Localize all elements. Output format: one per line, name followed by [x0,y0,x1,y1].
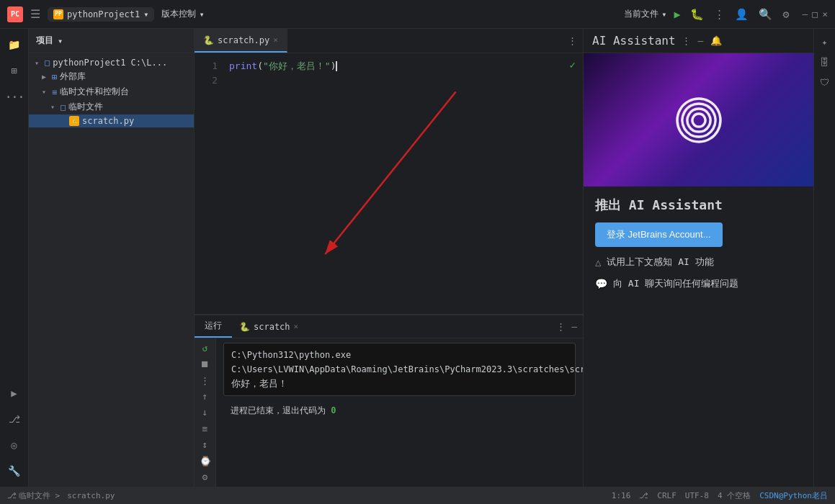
vcs-menu[interactable]: 版本控制 ▾ [161,8,204,20]
git-branch-icon[interactable]: ⎇ [3,408,26,431]
ai-minimize-icon[interactable]: — [698,35,704,46]
ai-notification-icon[interactable]: 🔔 [710,35,722,46]
run-tab-filename: scratch [254,322,290,332]
statusbar-indent[interactable]: 4 个空格 [718,490,751,501]
syntax-check-icon: ✓ [570,59,576,71]
tree-item-label: pythonProject1 C:\L... [53,58,167,68]
maximize-button[interactable]: □ [812,9,818,19]
tree-arrow-icon: ▾ [42,88,49,96]
run-tab-close-icon[interactable]: × [294,322,299,331]
settings-icon[interactable]: ⚙ [197,471,214,484]
statusbar-line-ending[interactable]: CRLF [657,491,677,500]
profile-icon[interactable]: 👤 [735,8,749,21]
project-sidebar: 项目 ▾ ▾ □ pythonProject1 C:\L... ▶ ⊞ 外部库 … [29,29,195,487]
run-content: ↺ ⏹ ⋮ ↑ ↓ ≡ ↕ ⌚ ⚙ C:\Python312\python.ex… [195,338,583,487]
external-lib-icon: ⊞ [52,72,57,82]
run-tab-run[interactable]: 运行 [195,315,232,338]
code-area[interactable]: print ( "你好，老吕！" ) [223,53,583,314]
more-actions-icon[interactable]: ⋮ [714,8,725,21]
settings-icon[interactable]: ⚙ [782,8,789,21]
code-paren: ( [257,59,263,73]
run-tab-scratch[interactable]: 🐍 scratch × [232,315,305,338]
tab-py-icon: 🐍 [203,35,214,45]
tree-item-scratch-file[interactable]: ▶ 🐍 scratch.py [29,114,194,127]
tab-filename: scratch.py [218,35,269,45]
left-iconbar: 📁 ⊞ ··· ▶ ⎇ ◎ 🔧 [0,29,29,487]
modules-icon[interactable]: ⊞ [3,59,26,82]
source-control-icon[interactable]: ◎ [3,433,26,456]
editor-content[interactable]: 1 2 print ( "你好，老吕！" ) ✓ [195,53,583,314]
wrap-icon[interactable]: ≡ [197,422,214,435]
ai-feature-text-1: 试用上下文感知 AI 功能 [607,256,713,269]
temp-folder-icon: □ [61,102,66,112]
run-icon[interactable]: ▶ [3,382,26,405]
statusbar-file[interactable]: scratch.py [67,491,115,500]
tab-close-icon[interactable]: × [273,35,278,45]
right-iconbar: ✦ 🗄 🛡 [813,29,835,487]
ai-panel-header: AI Assistant ⋮ — 🔔 [584,29,813,53]
debug-tool-icon[interactable]: 🔧 [3,459,26,482]
tree-item-external[interactable]: ▶ ⊞ 外部库 [29,69,194,84]
project-tree-icon[interactable]: 📁 [3,33,26,56]
editor-panel: 🐍 scratch.py × ⋮ 1 2 print ( [195,29,583,487]
ai-assistant-icon[interactable]: ✦ [816,33,834,50]
statusbar-branch[interactable]: ⎇ 临时文件 > [7,490,60,501]
statusbar-git-icon[interactable]: ⎇ [639,491,648,500]
statusbar-position[interactable]: 1:16 [612,491,631,500]
rerun-button[interactable]: ↺ [197,341,214,354]
minimize-button[interactable]: — [803,9,808,19]
ai-login-button[interactable]: 登录 JetBrains Account... [595,222,723,247]
run-more-icon[interactable]: ⋮ [556,321,566,332]
history-icon[interactable]: ⌚ [197,454,214,467]
sidebar-header: 项目 ▾ [29,29,194,53]
run-button[interactable]: ▶ [674,8,680,21]
hamburger-menu-icon[interactable]: ☰ [30,7,40,21]
run-minimize-icon[interactable]: — [571,321,577,332]
pp-icon: PP [53,9,63,19]
current-file-label: 当前文件 [624,8,658,20]
project-selector[interactable]: PP pythonProject1 ▾ [48,7,154,22]
scroll-down-button[interactable]: ↓ [197,406,214,419]
exit-code: 0 [331,405,336,415]
more-tools-icon[interactable]: ··· [3,85,26,108]
sidebar-chevron-icon[interactable]: ▾ [58,36,63,46]
vcs-label: 版本控制 [161,8,196,20]
project-tree: ▾ □ pythonProject1 C:\L... ▶ ⊞ 外部库 ▾ ≡ 临… [29,53,194,487]
scroll-up-button[interactable]: ↑ [197,390,214,402]
stop-button[interactable]: ⏹ [197,357,214,370]
app-logo: PC [7,6,23,22]
editor-tab-scratch[interactable]: 🐍 scratch.py × [195,29,287,53]
ai-content: 推出 AI Assistant 登录 JetBrains Account... … [584,186,813,300]
code-string: "你好，老吕！" [263,59,331,73]
search-icon[interactable]: 🔍 [759,8,772,21]
statusbar-left: ⎇ 临时文件 > scratch.py [7,490,115,501]
git-branch-icon: ⎇ [7,491,17,500]
shield-icon[interactable]: 🛡 [816,73,834,91]
output-box: C:\Python312\python.exe C:\Users\LVWIN\A… [223,343,576,396]
close-button[interactable]: × [822,9,828,19]
current-file-selector[interactable]: 当前文件 ▾ [624,8,666,20]
main-area: 📁 ⊞ ··· ▶ ⎇ ◎ 🔧 项目 ▾ ▾ □ pythonProject1 … [0,29,835,487]
output-path: C:\Python312\python.exe C:\Users\LVWIN\A… [231,348,568,377]
debug-button[interactable]: 🐛 [690,8,704,21]
run-tab-actions: ⋮ — [550,321,583,332]
tree-item-label: 临时文件和控制台 [60,86,129,98]
code-keyword: print [229,59,257,73]
statusbar-encoding[interactable]: UTF-8 [685,491,709,500]
tree-arrow-icon: ▶ [42,73,49,81]
ai-more-icon[interactable]: ⋮ [682,35,691,46]
tree-item-root[interactable]: ▾ □ pythonProject1 C:\L... [29,56,194,69]
database-icon[interactable]: 🗄 [816,53,834,71]
ai-title: AI Assistant [592,34,676,48]
tree-item-scratch-group[interactable]: ▾ ≡ 临时文件和控制台 [29,84,194,99]
editor-tab-actions: ⋮ [562,35,583,46]
tree-item-temp-folder[interactable]: ▾ □ 临时文件 [29,99,194,114]
toolbar-more-icon[interactable]: ⋮ [197,374,214,387]
ai-assistant-panel: AI Assistant ⋮ — 🔔 推出 AI Assistant 登录 Je… [583,29,813,487]
editor-more-icon[interactable]: ⋮ [568,35,577,46]
statusbar-plugin-label: CSDN@Python老吕 [759,490,828,501]
ai-hero-banner [584,53,813,186]
current-file-chevron-icon: ▾ [661,9,666,19]
clear-icon[interactable]: ↕ [197,438,214,451]
sidebar-title: 项目 [36,35,53,47]
